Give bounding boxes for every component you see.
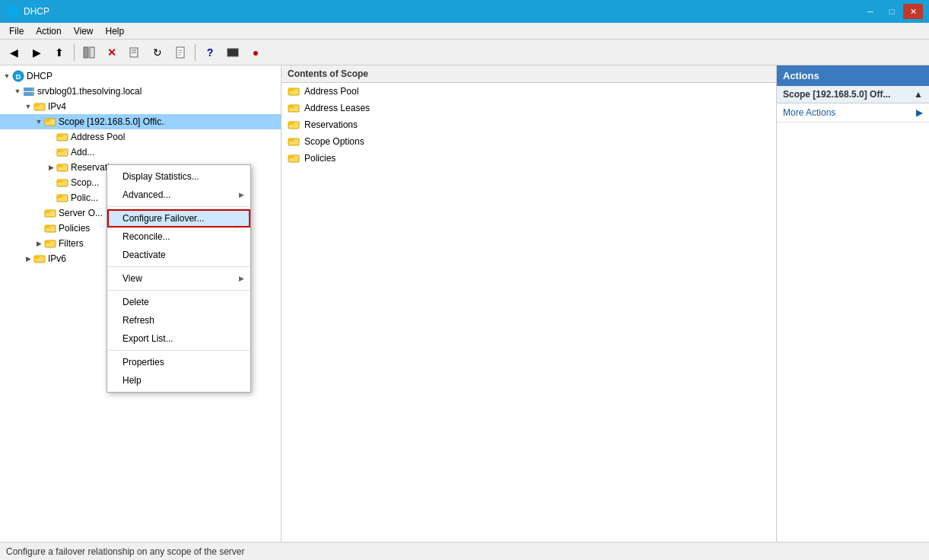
- server-icon: [23, 85, 35, 97]
- server-opts-icon: [44, 207, 56, 219]
- svg-rect-37: [34, 256, 40, 259]
- tree-ipv4-label: IPv4: [48, 101, 66, 112]
- ctx-view[interactable]: View: [107, 269, 250, 288]
- tree-filters-label: Filters: [59, 238, 84, 249]
- actions-scope-title: Scope [192.168.5.0] Off... ▲: [777, 86, 929, 103]
- restore-button[interactable]: □: [882, 4, 902, 19]
- actions-scope-title-text: Scope [192.168.5.0] Off...: [783, 89, 890, 100]
- scope-opts-icon: [56, 177, 68, 189]
- svg-rect-41: [288, 105, 294, 108]
- expand-server[interactable]: ▼: [12, 86, 23, 97]
- svg-rect-25: [57, 164, 62, 167]
- toolbar-back[interactable]: ◀: [3, 43, 24, 62]
- content-addr-pool-icon: [288, 85, 300, 97]
- tree-address-pool[interactable]: ▶ Address Pool: [0, 129, 281, 145]
- ctx-delete[interactable]: Delete: [107, 293, 250, 311]
- content-policies-label: Policies: [304, 153, 336, 164]
- expand-ipv4[interactable]: ▼: [23, 101, 33, 112]
- svg-rect-31: [45, 210, 50, 213]
- ctx-reconcile[interactable]: Reconcile...: [107, 228, 250, 246]
- expand-filters[interactable]: ▶: [33, 238, 44, 249]
- reservations-icon: [56, 161, 68, 173]
- ctx-deactivate[interactable]: Deactivate: [107, 246, 250, 264]
- expand-ipv6[interactable]: ▶: [23, 253, 33, 264]
- tree-addr-leases-label: Add...: [71, 147, 94, 158]
- svg-rect-39: [288, 88, 294, 91]
- svg-point-15: [32, 93, 33, 94]
- tree-scope[interactable]: ▼ Scope [192.168.5.0] Offic...: [0, 114, 281, 129]
- ctx-display-statistics[interactable]: Display Statistics...: [107, 167, 250, 186]
- svg-text:D: D: [16, 73, 21, 81]
- ctx-export-list[interactable]: Export List...: [107, 329, 250, 348]
- tree-addr-pool-label: Address Pool: [71, 132, 125, 142]
- toolbar: ◀ ▶ ⬆ ✕ ↻ ? ●: [0, 40, 929, 65]
- content-policies[interactable]: Policies: [282, 150, 776, 167]
- expand-dhcp[interactable]: ▼: [2, 71, 12, 81]
- minimize-button[interactable]: ─: [861, 4, 880, 19]
- tree-addr-leases[interactable]: ▶ Add...: [0, 145, 281, 160]
- svg-rect-23: [57, 149, 62, 152]
- title-text: DHCP: [24, 6, 49, 17]
- menu-action[interactable]: Action: [30, 24, 67, 38]
- tree-server[interactable]: ▼ srvblog01.thesolving.local: [0, 84, 281, 99]
- toolbar-delete[interactable]: ✕: [101, 43, 122, 62]
- tree-ipv4[interactable]: ▼ IPv4: [0, 99, 281, 114]
- ctx-refresh[interactable]: Refresh: [107, 311, 250, 329]
- svg-rect-21: [57, 134, 62, 137]
- svg-rect-35: [45, 240, 50, 243]
- content-address-pool[interactable]: Address Pool: [282, 83, 776, 100]
- content-reservations-label: Reservations: [304, 119, 358, 130]
- filters-icon: [44, 237, 56, 250]
- svg-rect-47: [288, 155, 294, 158]
- status-bar: Configure a failover relationship on any…: [0, 542, 929, 560]
- actions-panel: Actions Scope [192.168.5.0] Off... ▲ Mor…: [777, 65, 929, 542]
- dhcp-icon: D: [12, 70, 24, 82]
- svg-rect-1: [90, 47, 94, 58]
- ctx-sep-1: [107, 206, 250, 207]
- content-scope-opts-icon: [288, 135, 300, 148]
- tree-dhcp-root[interactable]: ▼ D DHCP: [0, 68, 281, 84]
- scope-icon: [44, 116, 56, 128]
- menu-help[interactable]: Help: [100, 24, 131, 38]
- expand-reservations[interactable]: ▶: [46, 162, 56, 173]
- expand-scope[interactable]: ▼: [33, 116, 44, 127]
- tree-server-label: srvblog01.thesolving.local: [37, 86, 142, 97]
- content-panel: Contents of Scope Address Pool Address L…: [282, 65, 777, 542]
- tree-scope-opts-label: Scop...: [71, 177, 99, 188]
- toolbar-console[interactable]: [222, 43, 243, 62]
- content-address-leases[interactable]: Address Leases: [282, 100, 776, 116]
- svg-rect-29: [57, 195, 62, 198]
- ctx-properties[interactable]: Properties: [107, 353, 250, 371]
- svg-rect-43: [288, 122, 294, 125]
- menu-bar: File Action View Help: [0, 23, 929, 40]
- menu-view[interactable]: View: [68, 24, 100, 38]
- content-reservations[interactable]: Reservations: [282, 116, 776, 133]
- toolbar-sep-1: [74, 44, 75, 61]
- tree-server-opts-label: Server O...: [59, 208, 103, 218]
- toolbar-record[interactable]: ●: [245, 43, 266, 62]
- close-button[interactable]: ✕: [903, 4, 923, 19]
- svg-rect-19: [45, 119, 50, 122]
- svg-point-14: [32, 88, 33, 90]
- content-scope-options[interactable]: Scope Options: [282, 133, 776, 150]
- svg-rect-17: [34, 103, 40, 107]
- actions-more-arrow: ▶: [916, 107, 923, 118]
- toolbar-up[interactable]: ⬆: [49, 43, 70, 62]
- toolbar-forward[interactable]: ▶: [26, 43, 47, 62]
- content-scope-opts-label: Scope Options: [304, 136, 364, 147]
- toolbar-help[interactable]: ?: [199, 43, 221, 62]
- actions-scroll-up[interactable]: ▲: [914, 89, 923, 100]
- toolbar-export[interactable]: [124, 43, 145, 62]
- actions-more[interactable]: More Actions ▶: [777, 103, 929, 123]
- ipv4-icon: [33, 100, 46, 113]
- ctx-help[interactable]: Help: [107, 371, 250, 390]
- content-addr-leases-label: Address Leases: [304, 103, 370, 113]
- ctx-advanced[interactable]: Advanced...: [107, 186, 250, 204]
- menu-file[interactable]: File: [3, 24, 30, 38]
- toolbar-refresh[interactable]: ↻: [147, 43, 168, 62]
- toolbar-show-hide[interactable]: [78, 43, 100, 62]
- toolbar-doc[interactable]: [170, 43, 191, 62]
- ctx-configure-failover[interactable]: Configure Failover...: [107, 209, 250, 228]
- window-controls: ─ □ ✕: [861, 4, 923, 19]
- tree-policies-scope-label: Polic...: [71, 192, 98, 203]
